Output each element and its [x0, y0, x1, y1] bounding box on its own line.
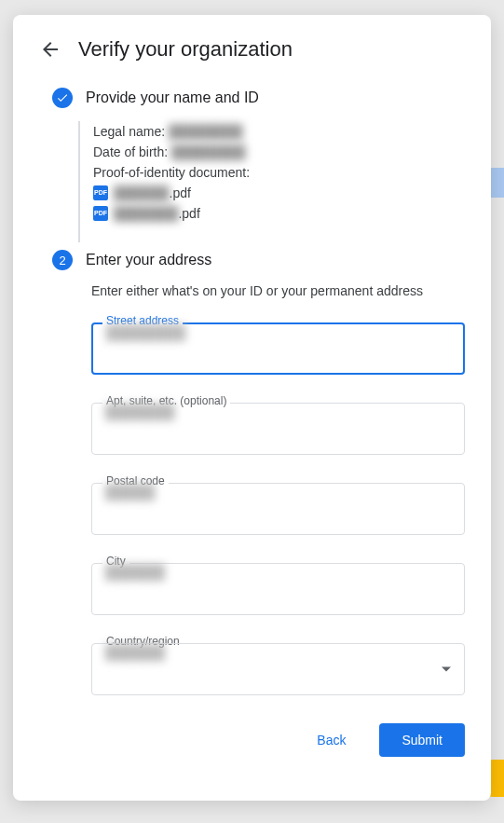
- step-2-label: Enter your address: [86, 252, 211, 268]
- legal-name-label: Legal name:: [93, 124, 165, 139]
- pdf-icon: PDF: [93, 206, 108, 221]
- verify-organization-modal: Verify your organization Provide your na…: [13, 15, 491, 801]
- step-complete-icon: [52, 88, 73, 108]
- step-2-header: 2 Enter your address: [39, 250, 465, 270]
- address-hint: Enter either what's on your ID or your p…: [91, 283, 465, 298]
- action-row: Back Submit: [91, 723, 465, 757]
- file-1-ext: .pdf: [170, 185, 191, 200]
- step-1-content: Legal name: ████████ Date of birth: ████…: [78, 121, 465, 242]
- country-select[interactable]: ██████: [91, 643, 465, 695]
- back-arrow-icon[interactable]: [39, 38, 61, 61]
- doc-label: Proof-of-identity document:: [93, 162, 465, 183]
- street-address-field: Street address ████████: [91, 322, 465, 375]
- modal-header: Verify your organization: [39, 37, 465, 62]
- file-row-1: PDF ██████.pdf: [93, 183, 465, 203]
- step-number-badge: 2: [52, 250, 73, 270]
- page-title: Verify your organization: [78, 37, 293, 62]
- file-1-name: ██████: [114, 183, 170, 203]
- country-field: Country/region ██████: [91, 643, 465, 695]
- dob-value: ████████: [171, 142, 245, 162]
- city-field: City ██████: [91, 563, 465, 615]
- back-button[interactable]: Back: [294, 723, 368, 757]
- bg-decoration: [491, 168, 504, 198]
- apt-input[interactable]: ███████: [91, 403, 465, 455]
- city-input[interactable]: ██████: [91, 563, 465, 615]
- legal-name-row: Legal name: ████████: [93, 121, 465, 142]
- submit-button[interactable]: Submit: [379, 723, 465, 757]
- file-2-ext: .pdf: [178, 206, 199, 221]
- legal-name-value: ████████: [169, 121, 242, 142]
- step-2-content: Enter either what's on your ID or your p…: [78, 283, 465, 757]
- postal-input[interactable]: █████: [91, 483, 465, 535]
- apt-field: Apt, suite, etc. (optional) ███████: [91, 403, 465, 455]
- file-row-2: PDF ███████.pdf: [93, 203, 465, 224]
- file-2-name: ███████: [114, 203, 178, 224]
- pdf-icon: PDF: [93, 185, 108, 200]
- postal-field: Postal code █████: [91, 483, 465, 535]
- dob-row: Date of birth: ████████: [93, 142, 465, 162]
- dob-label: Date of birth:: [93, 144, 168, 159]
- street-input[interactable]: ████████: [91, 322, 465, 375]
- step-1-label: Provide your name and ID: [86, 89, 259, 106]
- chevron-down-icon: [442, 667, 451, 672]
- step-1-header: Provide your name and ID: [39, 88, 465, 108]
